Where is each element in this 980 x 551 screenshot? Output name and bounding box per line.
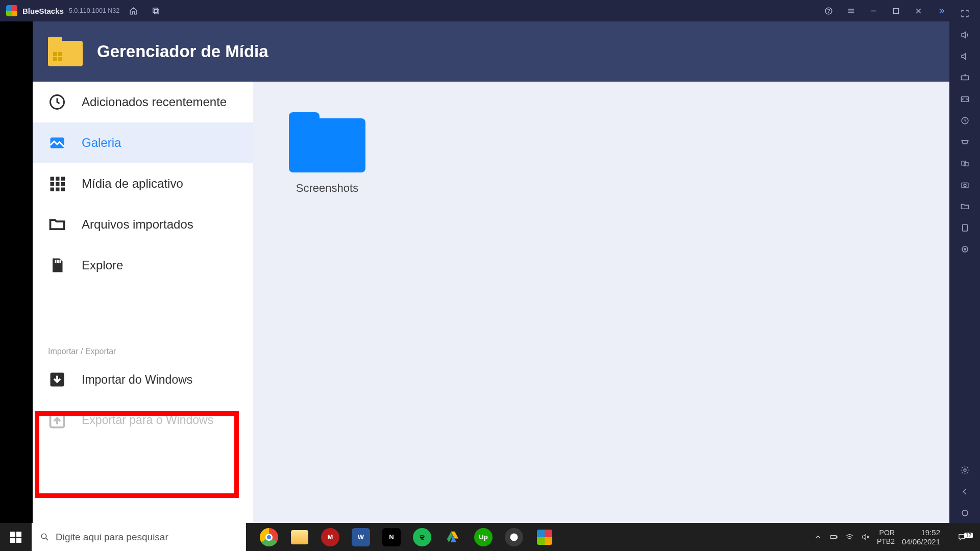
- system-tray: POR PTB2 19:52 04/06/2021 12: [814, 523, 980, 551]
- svg-rect-28: [55, 260, 57, 263]
- folder-outline-icon: [48, 215, 66, 234]
- nav-explore[interactable]: Explore: [33, 245, 253, 286]
- tray-battery-icon[interactable]: [829, 533, 838, 541]
- svg-rect-12: [962, 224, 967, 231]
- media-folder-icon[interactable]: [949, 196, 980, 216]
- nav-gallery-label: Galeria: [82, 136, 121, 150]
- svg-rect-19: [51, 177, 55, 181]
- nav-app-media-label: Mídia de aplicativo: [82, 177, 183, 191]
- volume-up-icon[interactable]: [949, 24, 980, 45]
- nav-explore-label: Explore: [82, 258, 123, 272]
- nav-imported[interactable]: Arquivos importados: [33, 204, 253, 245]
- folder-screenshots[interactable]: Screenshots: [289, 112, 365, 195]
- taskbar-upwork[interactable]: Up: [469, 523, 498, 551]
- svg-rect-20: [56, 177, 60, 181]
- taskbar-search-placeholder: Digite aqui para pesquisar: [56, 532, 168, 543]
- svg-rect-27: [61, 188, 65, 192]
- hamburger-menu-button[interactable]: [842, 0, 860, 21]
- import-export-header: Importar / Exportar: [33, 342, 253, 359]
- minimize-button[interactable]: [865, 0, 882, 21]
- media-manager-title: Gerenciador de Mídia: [97, 42, 268, 61]
- svg-point-15: [964, 469, 966, 471]
- svg-point-11: [964, 184, 966, 186]
- maximize-button[interactable]: [887, 0, 904, 21]
- nav-recent-label: Adicionados recentemente: [82, 95, 227, 110]
- rotate-icon[interactable]: [949, 217, 980, 238]
- export-icon: [48, 411, 66, 430]
- nav-recent[interactable]: Adicionados recentemente: [33, 82, 253, 122]
- media-manager-header: Gerenciador de Mídia: [33, 21, 949, 82]
- taskbar-apps: M W N Up: [254, 523, 559, 551]
- nav-gallery[interactable]: Galeria: [33, 122, 253, 163]
- screenshot-icon[interactable]: [949, 174, 980, 195]
- svg-rect-25: [51, 188, 55, 192]
- media-manager-folder-icon: [48, 37, 83, 66]
- taskbar-spotify[interactable]: [407, 523, 437, 551]
- fullscreen-icon[interactable]: [949, 3, 980, 23]
- taskbar-drive[interactable]: [438, 523, 468, 551]
- svg-rect-26: [56, 188, 60, 192]
- import-from-windows[interactable]: Importar do Windows: [33, 359, 253, 400]
- tray-notifications[interactable]: 12: [947, 533, 976, 541]
- grid-icon: [48, 174, 66, 193]
- export-to-windows-label: Exportar para o Windows: [82, 413, 213, 428]
- taskbar-xbox[interactable]: [499, 523, 529, 551]
- export-to-windows[interactable]: Exportar para o Windows: [33, 400, 253, 441]
- folder-screenshots-label: Screenshots: [289, 182, 365, 195]
- bluestacks-version: 5.0.110.1001 N32: [69, 7, 119, 14]
- svg-rect-10: [962, 183, 968, 188]
- location-icon[interactable]: [949, 239, 980, 259]
- clock-icon[interactable]: [949, 110, 980, 131]
- search-icon: [40, 532, 50, 542]
- svg-rect-1: [154, 9, 159, 14]
- taskbar-chrome[interactable]: [254, 523, 284, 551]
- multi-instance-icon[interactable]: [949, 153, 980, 173]
- windows-taskbar: Digite aqui para pesquisar M W N Up POR …: [0, 523, 980, 551]
- media-manager-window: Gerenciador de Mídia Adicionados recente…: [33, 21, 949, 523]
- svg-rect-0: [153, 8, 158, 12]
- nav-app-media[interactable]: Mídia de aplicativo: [33, 163, 253, 204]
- recent-apps-button[interactable]: [147, 0, 164, 21]
- nav-imported-label: Arquivos importados: [82, 217, 193, 232]
- media-manager-sidebar: Adicionados recentemente Galeria Mídia d…: [33, 82, 253, 523]
- taskbar-explorer[interactable]: [285, 523, 314, 551]
- gallery-icon: [48, 134, 66, 152]
- start-button[interactable]: [0, 523, 32, 551]
- svg-point-16: [962, 510, 967, 515]
- svg-point-3: [828, 12, 829, 13]
- tray-expand-icon[interactable]: [814, 533, 822, 541]
- taskbar-mendeley[interactable]: M: [315, 523, 345, 551]
- tray-volume-muted-icon[interactable]: [861, 533, 870, 541]
- svg-rect-29: [57, 260, 59, 263]
- taskbar-notion[interactable]: N: [377, 523, 406, 551]
- back-icon[interactable]: [949, 481, 980, 502]
- tray-wifi-icon[interactable]: [845, 533, 854, 541]
- keyboard-controls-icon[interactable]: [949, 67, 980, 88]
- taskbar-word[interactable]: W: [346, 523, 376, 551]
- collapse-sidebar-button[interactable]: [932, 0, 949, 21]
- svg-rect-30: [60, 260, 61, 263]
- bluestacks-sidebar: [949, 0, 980, 523]
- folder-icon: [289, 112, 365, 172]
- help-button[interactable]: [820, 0, 837, 21]
- close-button[interactable]: [910, 0, 927, 21]
- gallery-content: Screenshots: [253, 82, 949, 523]
- svg-point-33: [41, 534, 46, 539]
- svg-rect-24: [61, 182, 65, 186]
- taskbar-bluestacks[interactable]: [530, 523, 559, 551]
- taskbar-search[interactable]: Digite aqui para pesquisar: [32, 523, 246, 551]
- sync-icon[interactable]: [949, 89, 980, 109]
- home-button[interactable]: [125, 0, 142, 21]
- windows-logo-icon: [10, 532, 21, 543]
- svg-rect-36: [836, 536, 837, 538]
- sdcard-icon: [48, 256, 66, 274]
- notif-count: 12: [964, 533, 973, 538]
- settings-icon[interactable]: [949, 460, 980, 480]
- volume-down-icon[interactable]: [949, 46, 980, 66]
- tray-clock[interactable]: 19:52 04/06/2021: [902, 528, 940, 546]
- svg-point-14: [964, 248, 965, 249]
- svg-rect-4: [893, 8, 898, 13]
- tray-language[interactable]: POR PTB2: [877, 529, 895, 546]
- macro-icon[interactable]: [949, 132, 980, 152]
- android-home-icon[interactable]: [949, 503, 980, 523]
